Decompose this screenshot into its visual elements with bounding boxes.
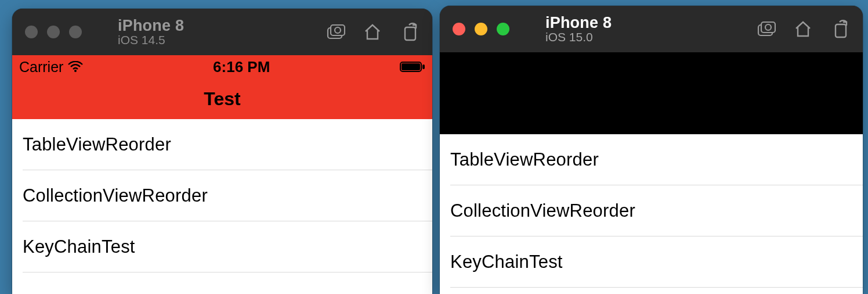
table-row[interactable]: KeyChainTest xyxy=(23,221,432,273)
minimize-button[interactable] xyxy=(475,23,487,35)
device-label: iPhone 8 iOS 14.5 xyxy=(118,17,315,46)
nav-and-status-area xyxy=(440,52,863,134)
wifi-icon xyxy=(68,61,83,73)
device-label: iPhone 8 iOS 15.0 xyxy=(545,15,746,44)
home-icon[interactable] xyxy=(363,22,382,42)
simulator-window-right: iPhone 8 iOS 15.0 xyxy=(440,6,863,294)
phone-screen: Carrier 6:16 PM xyxy=(12,55,432,294)
traffic-lights xyxy=(25,26,82,38)
screenshot-icon[interactable] xyxy=(756,19,776,39)
device-name: iPhone 8 xyxy=(118,17,315,34)
phone-screen: TableViewReorder CollectionViewReorder K… xyxy=(440,52,863,294)
simulator-window-left: iPhone 8 iOS 14.5 xyxy=(12,9,432,294)
svg-rect-11 xyxy=(836,24,846,37)
home-icon[interactable] xyxy=(793,19,813,39)
svg-point-4 xyxy=(74,70,77,72)
table-row[interactable]: TableViewReorder xyxy=(450,134,863,185)
battery-icon xyxy=(400,61,425,73)
navigation-bar: Test xyxy=(12,78,432,119)
window-titlebar[interactable]: iPhone 8 iOS 15.0 xyxy=(440,6,863,52)
toolbar-icons xyxy=(756,19,850,39)
status-time: 6:16 PM xyxy=(83,58,400,76)
screenshot-icon[interactable] xyxy=(326,22,345,42)
table-row[interactable]: TableViewReorder xyxy=(23,119,432,170)
table-row[interactable]: CollectionViewReorder xyxy=(450,185,863,236)
traffic-lights xyxy=(453,23,509,35)
svg-rect-3 xyxy=(405,27,415,40)
svg-rect-9 xyxy=(761,22,775,33)
table-row[interactable]: CollectionViewReorder xyxy=(23,170,432,221)
row-label: KeyChainTest xyxy=(450,252,563,273)
device-os: iOS 15.0 xyxy=(545,31,746,44)
row-label: CollectionViewReorder xyxy=(23,185,208,206)
close-button[interactable] xyxy=(453,23,465,35)
row-label: TableViewReorder xyxy=(23,134,171,155)
nav-title: Test xyxy=(204,88,240,110)
row-label: TableViewReorder xyxy=(450,149,599,170)
rotate-icon[interactable] xyxy=(830,19,850,39)
table-view[interactable]: TableViewReorder CollectionViewReorder K… xyxy=(440,134,863,288)
close-button[interactable] xyxy=(25,26,38,38)
zoom-button[interactable] xyxy=(497,23,509,35)
svg-rect-6 xyxy=(402,63,420,70)
device-name: iPhone 8 xyxy=(545,15,746,31)
svg-rect-1 xyxy=(331,25,345,35)
toolbar-icons xyxy=(326,22,419,42)
device-os: iOS 14.5 xyxy=(118,34,315,46)
carrier-text: Carrier xyxy=(19,59,63,76)
carrier-label: Carrier xyxy=(19,59,83,76)
table-row[interactable]: KeyChainTest xyxy=(450,236,863,288)
window-titlebar[interactable]: iPhone 8 iOS 14.5 xyxy=(12,9,432,55)
nav-and-status-area: Carrier 6:16 PM xyxy=(12,55,432,119)
minimize-button[interactable] xyxy=(47,26,60,38)
status-bar: Carrier 6:16 PM xyxy=(12,55,432,78)
svg-rect-7 xyxy=(422,64,425,69)
row-label: KeyChainTest xyxy=(23,236,135,257)
row-label: CollectionViewReorder xyxy=(450,200,635,221)
rotate-icon[interactable] xyxy=(400,22,419,42)
table-view[interactable]: TableViewReorder CollectionViewReorder K… xyxy=(12,119,432,273)
zoom-button[interactable] xyxy=(69,26,82,38)
